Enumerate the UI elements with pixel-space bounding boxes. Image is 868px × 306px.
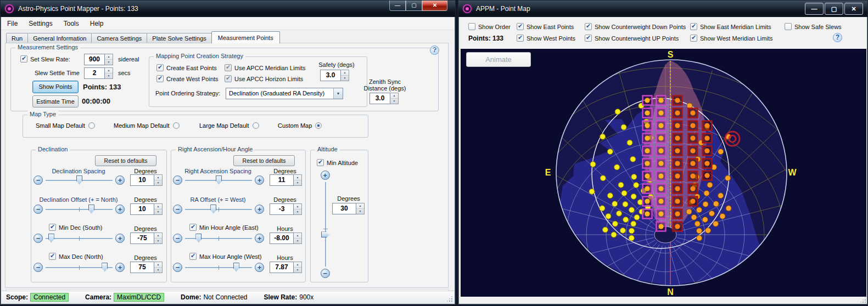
spinner-arrows[interactable]: ▲▼ bbox=[294, 203, 302, 215]
close-button[interactable]: ✕ bbox=[422, 1, 447, 11]
spinner-arrows[interactable]: ▲▼ bbox=[294, 174, 302, 186]
slew-settle-value[interactable]: 2 bbox=[84, 67, 105, 79]
spinner-arrows[interactable]: ▲▼ bbox=[105, 67, 113, 79]
radio-small-map-default[interactable]: Small Map Default bbox=[36, 122, 95, 129]
slider-minus-button[interactable]: − bbox=[173, 175, 182, 185]
dec-offset-value[interactable]: 10 bbox=[130, 203, 154, 215]
minimize-button[interactable]: — bbox=[805, 3, 824, 15]
close-button[interactable]: ✕ bbox=[844, 3, 863, 15]
radio-circle[interactable] bbox=[253, 122, 259, 129]
tab-plate-solve-settings[interactable]: Plate Solve Settings bbox=[147, 33, 211, 43]
slider-plus-button[interactable]: + bbox=[115, 205, 125, 214]
zenith-sync-spinner[interactable]: 3.0 ▲▼ bbox=[369, 93, 399, 104]
radio-circle[interactable] bbox=[173, 122, 180, 129]
show-east-meridian-limits-checkbox[interactable]: Show East Meridian Limits bbox=[690, 23, 771, 30]
point-map-canvas[interactable]: Animate SNEW bbox=[461, 49, 866, 297]
checkbox-box[interactable] bbox=[517, 23, 524, 30]
min-altitude-checkbox[interactable]: Min Altitude bbox=[317, 159, 358, 166]
slider-minus-button[interactable]: − bbox=[173, 263, 182, 272]
checkbox-box[interactable] bbox=[785, 23, 792, 30]
spinner-arrows[interactable]: ▲▼ bbox=[154, 262, 163, 273]
slider-plus-button[interactable]: + bbox=[115, 175, 125, 185]
dec-offset-slider[interactable]: − + bbox=[33, 204, 125, 214]
ra-spacing-slider[interactable]: − + bbox=[173, 175, 264, 185]
max-dec-checkbox[interactable]: Max Dec (North) bbox=[49, 253, 103, 260]
show-points-button[interactable]: Show Points bbox=[32, 81, 79, 93]
slider-plus-button[interactable]: + bbox=[255, 205, 264, 214]
maximize-button[interactable]: ▢ bbox=[406, 1, 422, 11]
slider-plus-button[interactable]: + bbox=[115, 234, 125, 243]
show-west-points-checkbox[interactable]: Show West Points bbox=[517, 35, 575, 42]
slider-thumb[interactable] bbox=[233, 263, 239, 272]
ra-offset-value[interactable]: -3 bbox=[270, 203, 294, 215]
dec-offset-spinner[interactable]: 10 ▲▼ bbox=[130, 203, 163, 215]
checkbox-box[interactable] bbox=[156, 64, 164, 71]
min-dec-slider[interactable]: − + bbox=[33, 233, 125, 243]
set-slew-rate-checkbox[interactable]: Set Slew Rate: bbox=[20, 55, 70, 63]
min-hour-angle-slider[interactable]: − + bbox=[173, 233, 264, 243]
spinner-arrows[interactable]: ▲▼ bbox=[105, 54, 113, 65]
radio-large-map-default[interactable]: Large Map Default bbox=[199, 122, 259, 129]
min-hour-angle-spinner[interactable]: -8.00 ▲▼ bbox=[270, 233, 302, 244]
ra-reset-button[interactable]: Reset to defaults bbox=[233, 155, 295, 166]
ra-spacing-value[interactable]: 11 bbox=[270, 174, 294, 186]
radio-medium-map-default[interactable]: Medium Map Default bbox=[114, 122, 180, 129]
zenith-sync-value[interactable]: 3.0 bbox=[369, 93, 390, 104]
min-dec-value[interactable]: -75 bbox=[130, 233, 154, 244]
title-bar[interactable]: Astro-Physics Point Mapper - Points: 133 bbox=[1, 1, 455, 17]
spinner-arrows[interactable]: ▲▼ bbox=[341, 70, 349, 81]
resize-grip[interactable] bbox=[860, 297, 866, 303]
checkbox-box[interactable] bbox=[49, 253, 56, 260]
spinner-arrows[interactable]: ▲▼ bbox=[390, 93, 399, 104]
slider-thumb[interactable] bbox=[321, 231, 330, 237]
point-ordering-combo[interactable]: Declination (Graduated RA Density) ▼ bbox=[226, 88, 343, 99]
create-east-points-checkbox[interactable]: Create East Points bbox=[156, 64, 217, 71]
animate-button[interactable]: Animate bbox=[466, 52, 531, 67]
slider-minus-button[interactable]: − bbox=[33, 263, 43, 272]
slider-plus-button[interactable]: + bbox=[321, 171, 330, 180]
slider-minus-button[interactable]: − bbox=[33, 205, 43, 214]
spinner-arrows[interactable]: ▲▼ bbox=[154, 203, 163, 215]
dec-spacing-slider[interactable]: − + bbox=[33, 175, 125, 185]
tab-run[interactable]: Run bbox=[6, 33, 28, 43]
slider-thumb[interactable] bbox=[102, 263, 108, 272]
help-icon[interactable]: ? bbox=[833, 33, 842, 42]
max-dec-spinner[interactable]: 75 ▲▼ bbox=[130, 262, 163, 273]
slew-settle-spinner[interactable]: 2 ▲▼ bbox=[84, 67, 113, 79]
slider-plus-button[interactable]: + bbox=[115, 263, 125, 272]
menu-file[interactable]: File bbox=[2, 18, 23, 29]
min-dec-checkbox[interactable]: Min Dec (South) bbox=[49, 224, 102, 231]
max-hour-angle-slider[interactable]: − + bbox=[173, 262, 264, 272]
estimate-time-button[interactable]: Estimate Time bbox=[32, 95, 79, 107]
min-altitude-spinner[interactable]: 30 ▲▼ bbox=[332, 203, 365, 214]
tab-measurement-points[interactable]: Measurement Points bbox=[211, 31, 280, 43]
checkbox-box[interactable] bbox=[156, 75, 164, 82]
checkbox-box[interactable] bbox=[585, 35, 592, 42]
spinner-arrows[interactable]: ▲▼ bbox=[356, 203, 365, 214]
min-hour-angle-value[interactable]: -8.00 bbox=[270, 233, 294, 244]
dec-spacing-spinner[interactable]: 10 ▲▼ bbox=[130, 174, 163, 186]
radio-circle[interactable] bbox=[315, 122, 322, 129]
checkbox-box[interactable] bbox=[189, 253, 197, 260]
checkbox-box[interactable] bbox=[690, 23, 697, 30]
safety-spinner[interactable]: 3.0 ▲▼ bbox=[320, 70, 349, 81]
slider-thumb[interactable] bbox=[210, 205, 216, 214]
slider-thumb[interactable] bbox=[76, 175, 82, 185]
slider-minus-button[interactable]: − bbox=[33, 234, 43, 243]
checkbox-box[interactable] bbox=[20, 55, 27, 63]
declination-reset-button[interactable]: Reset to defaults bbox=[95, 155, 156, 166]
max-dec-slider[interactable]: − + bbox=[33, 262, 125, 272]
resize-grip[interactable] bbox=[447, 296, 452, 302]
checkbox-box[interactable] bbox=[189, 224, 197, 231]
slider-thumb[interactable] bbox=[195, 234, 201, 243]
slider-minus-button[interactable]: − bbox=[321, 269, 330, 278]
menu-settings[interactable]: Settings bbox=[23, 18, 58, 29]
show-cw-up-points-checkbox[interactable]: Show Counterweight UP Points bbox=[585, 35, 679, 42]
radio-circle[interactable] bbox=[88, 122, 95, 129]
ra-spacing-spinner[interactable]: 11 ▲▼ bbox=[270, 174, 302, 186]
tab-camera-settings[interactable]: Camera Settings bbox=[91, 33, 147, 43]
min-hour-angle-checkbox[interactable]: Min Hour Angle (East) bbox=[189, 224, 259, 231]
create-west-points-checkbox[interactable]: Create West Points bbox=[156, 75, 219, 82]
use-apcc-horizon-limits-checkbox[interactable]: Use APCC Horizon Limits bbox=[225, 75, 303, 82]
show-safe-slews-checkbox[interactable]: Show Safe Slews bbox=[785, 23, 842, 30]
